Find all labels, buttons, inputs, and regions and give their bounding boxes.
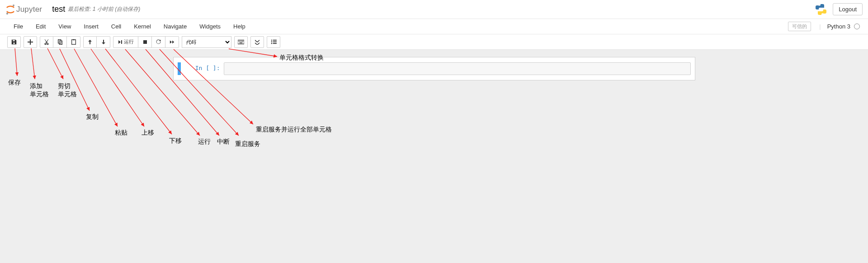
svg-rect-8	[239, 41, 240, 42]
jupyter-icon	[5, 4, 15, 15]
menu-insert[interactable]: Insert	[77, 20, 105, 33]
kernel-indicator[interactable]: Python 3	[827, 23, 860, 30]
trusted-indicator[interactable]: 可信的	[788, 22, 811, 31]
svg-rect-12	[240, 42, 243, 43]
header: Jupyter test 最后检查: 1 小时前 (自动保存) Logout	[0, 0, 868, 19]
logout-button[interactable]: Logout	[833, 3, 863, 15]
menu-kernel[interactable]: Kernel	[127, 20, 157, 33]
plus-icon	[28, 39, 33, 45]
menu-navigate[interactable]: Navigate	[157, 20, 193, 33]
svg-rect-9	[240, 41, 241, 42]
cell-wrapper: In [ ]:	[173, 57, 695, 80]
stop-icon	[143, 40, 147, 44]
input-prompt: In [ ]:	[181, 62, 224, 75]
move-up-button[interactable]	[83, 36, 97, 48]
svg-rect-16	[273, 42, 276, 42]
save-icon	[11, 39, 17, 45]
copy-icon	[57, 39, 63, 45]
code-input-area[interactable]	[224, 62, 691, 75]
list-icon	[271, 39, 277, 44]
refresh-icon	[156, 39, 161, 45]
scissors-icon	[43, 39, 50, 45]
restart-button[interactable]	[152, 36, 165, 48]
keyboard-icon	[238, 40, 244, 44]
restart-run-all-button[interactable]	[165, 36, 179, 48]
svg-rect-11	[242, 41, 244, 42]
svg-rect-4	[71, 39, 75, 44]
kernel-idle-icon	[854, 23, 860, 29]
notebook-title[interactable]: test	[52, 5, 65, 14]
svg-point-1	[6, 12, 8, 14]
svg-point-15	[271, 41, 272, 42]
svg-point-17	[271, 43, 272, 44]
brand-text: Jupyter	[16, 5, 42, 14]
svg-rect-14	[273, 40, 276, 41]
menu-bar: File Edit View Insert Cell Kernel Naviga…	[0, 19, 868, 34]
svg-rect-5	[73, 39, 75, 40]
cell-type-select[interactable]: 代码	[182, 36, 231, 48]
svg-rect-10	[241, 41, 242, 42]
python-icon	[815, 3, 827, 16]
menu-help[interactable]: Help	[227, 20, 252, 33]
arrow-up-icon	[87, 39, 93, 45]
step-forward-icon	[118, 40, 123, 44]
checkpoint-text: 最后检查: 1 小时前 (自动保存)	[68, 5, 140, 13]
menu-file[interactable]: File	[7, 20, 29, 33]
move-down-button[interactable]	[97, 36, 110, 48]
svg-rect-6	[143, 40, 147, 44]
add-cell-button[interactable]	[24, 36, 37, 48]
menu-cell[interactable]: Cell	[105, 20, 127, 33]
menu-edit[interactable]: Edit	[29, 20, 52, 33]
svg-point-3	[822, 13, 823, 14]
fast-forward-icon	[170, 40, 175, 44]
kernel-name: Python 3	[827, 23, 850, 30]
menu-widgets[interactable]: Widgets	[193, 20, 227, 33]
code-cell[interactable]: In [ ]:	[177, 61, 691, 76]
run-button[interactable]: 运行	[113, 36, 138, 48]
double-chevron-down-icon	[255, 39, 259, 45]
svg-point-2	[819, 5, 820, 5]
expand-button[interactable]	[250, 36, 264, 48]
interrupt-button[interactable]	[138, 36, 152, 48]
clipboard-icon	[71, 39, 77, 45]
cell-selected-edge	[178, 62, 181, 75]
notebook-container: In [ ]:	[0, 50, 868, 94]
arrow-down-icon	[101, 39, 106, 45]
svg-point-13	[271, 40, 272, 41]
toc-button[interactable]	[267, 36, 280, 48]
toolbar: 运行 代码	[0, 34, 868, 50]
cut-button[interactable]	[40, 36, 53, 48]
svg-point-0	[13, 5, 14, 6]
background-fill	[0, 94, 868, 263]
paste-button[interactable]	[67, 36, 80, 48]
menu-view[interactable]: View	[52, 20, 77, 33]
copy-button[interactable]	[53, 36, 67, 48]
jupyter-logo[interactable]: Jupyter	[5, 4, 42, 15]
run-label: 运行	[124, 38, 134, 45]
command-palette-button[interactable]	[234, 36, 248, 48]
save-button[interactable]	[7, 36, 21, 48]
svg-rect-18	[273, 43, 276, 44]
svg-rect-7	[238, 40, 244, 44]
